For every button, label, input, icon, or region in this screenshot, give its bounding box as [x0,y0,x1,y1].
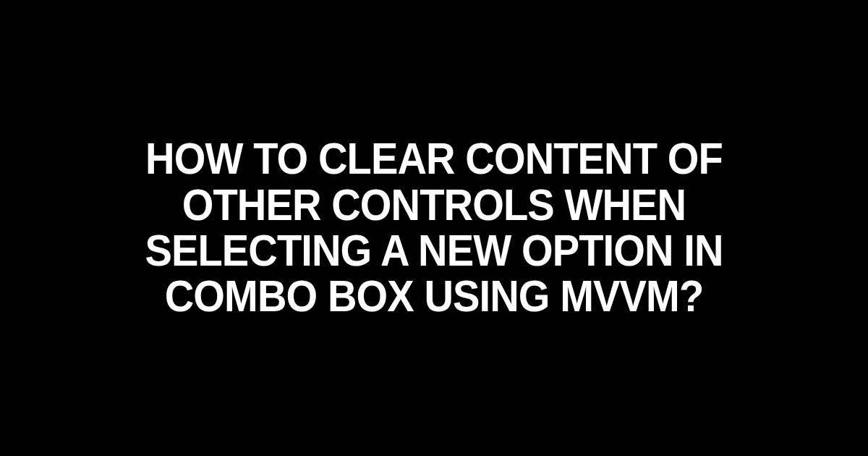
page-title: HOW TO CLEAR CONTENT OF OTHER CONTROLS W… [75,136,793,320]
content-container: HOW TO CLEAR CONTENT OF OTHER CONTROLS W… [0,136,868,320]
